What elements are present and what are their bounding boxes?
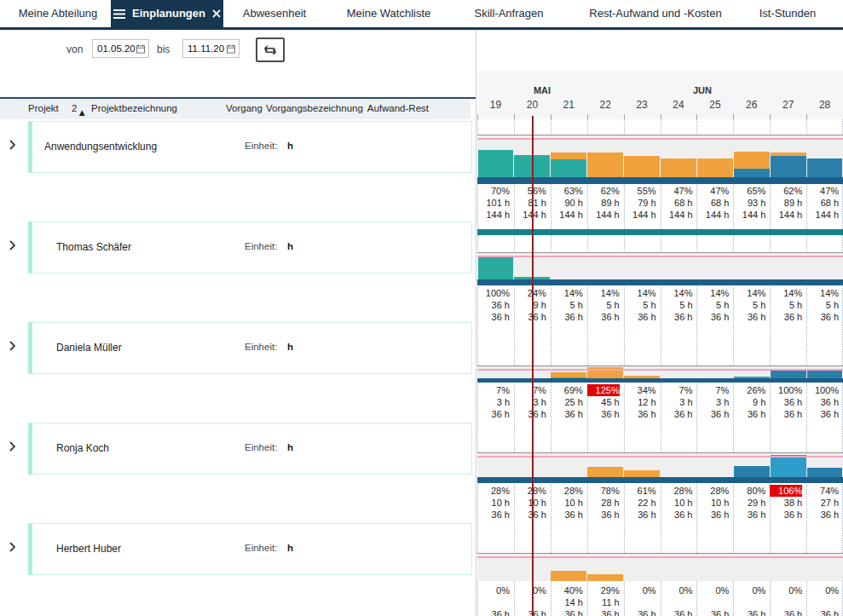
pct-value: 14% [770, 287, 802, 299]
week-column-label: 25 [696, 99, 733, 111]
week-values-cell: 7%3 h36 h [696, 384, 733, 420]
expand-chevron-icon[interactable] [9, 239, 17, 252]
col-sort-indicator[interactable]: 2▲ [72, 103, 77, 113]
week-values-cell: 0%36 h [770, 584, 806, 616]
bar-segment[interactable] [734, 466, 770, 477]
capacity-hours-value: 144 h [770, 209, 802, 221]
bar-segment[interactable] [587, 467, 623, 478]
expand-chevron-icon[interactable] [9, 139, 17, 152]
resource-row-card[interactable]: Herbert HuberEinheit:h [28, 523, 472, 575]
bar-segment[interactable] [587, 574, 623, 581]
pct-value: 0% [696, 584, 729, 596]
bar-segment[interactable] [551, 372, 586, 377]
col-projektbezeichnung[interactable]: Projektbezeichnung [91, 103, 177, 113]
rest-hours-value: 3 h [661, 396, 693, 408]
timeline-header: MAI JUN 19202122232425262728 [477, 71, 843, 119]
bar-segment[interactable] [551, 153, 586, 159]
capacity-hours-value: 36 h [514, 408, 546, 420]
rest-hours-value: 89 h [770, 197, 802, 209]
week-values-cell: 100%36 h36 h [477, 287, 514, 323]
expand-chevron-icon[interactable] [9, 340, 17, 353]
resource-row-card[interactable]: Thomas SchäferEinheit:h [28, 222, 472, 273]
bar-segment[interactable] [734, 377, 770, 378]
bar-segment[interactable] [478, 256, 514, 279]
week-values-cell: 14%5 h36 h [806, 287, 843, 323]
capacity-hours-value: 36 h [696, 509, 729, 521]
capacity-hours-value: 144 h [551, 209, 583, 221]
capacity-hours-value: 36 h [733, 408, 765, 420]
tab-meine-watchliste[interactable]: Meine Watchliste [347, 0, 431, 27]
col-vorgang[interactable]: Vorgang [226, 103, 263, 113]
capacity-hours-value: 36 h [551, 408, 583, 420]
bar-segment[interactable] [624, 376, 660, 378]
from-date-input[interactable] [93, 43, 136, 54]
table-header: Projekt 2▲ Projektbezeichnung Vorgang Vo… [0, 99, 471, 119]
pct-value: 70% [477, 185, 510, 197]
bar-segment[interactable] [771, 455, 806, 477]
rest-hours-value: 9 h [514, 299, 546, 311]
pct-value: 29% [587, 584, 620, 596]
week-values-cell: 14%5 h36 h [624, 287, 661, 323]
pct-value: 0% [733, 584, 765, 596]
tab-meine-abteilung[interactable]: Meine Abteilung [19, 0, 98, 27]
capacity-hours-value: 36 h [696, 608, 729, 616]
pct-value: 80% [733, 485, 765, 497]
rest-hours-value: 12 h [624, 396, 656, 408]
resource-row-card[interactable]: Daniela MüllerEinheit:h [28, 322, 472, 374]
week-values-cell: 34%12 h36 h [624, 384, 661, 420]
bar-segment[interactable] [661, 158, 696, 177]
capacity-hours-value: 36 h [770, 311, 802, 323]
bar-segment[interactable] [807, 158, 843, 177]
bar-segment[interactable] [551, 159, 586, 177]
bar-segment[interactable] [587, 153, 623, 177]
bar-segment[interactable] [624, 156, 660, 177]
week-values-cell: 74%27 h36 h [806, 485, 843, 521]
bar-segment[interactable] [551, 571, 586, 581]
week-values-cell: 47%68 h144 h [806, 185, 843, 221]
calendar-icon[interactable] [136, 44, 145, 54]
week-values-cell: 29%11 h36 h [587, 584, 624, 616]
expand-chevron-icon[interactable] [9, 440, 17, 453]
rest-hours-value: 3 h [514, 396, 546, 408]
bar-segment[interactable] [771, 153, 806, 156]
bar-segment[interactable] [771, 370, 806, 378]
tab-abwesenheit[interactable]: Abwesenheit [243, 0, 306, 27]
panel-splitter[interactable] [476, 30, 476, 616]
pct-value: 14% [587, 287, 620, 299]
to-date-field [182, 39, 240, 58]
bar-segment[interactable] [807, 370, 843, 378]
col-vorgangsbezeichnung[interactable]: Vorgangsbezeichnung [266, 103, 363, 113]
expand-chevron-icon[interactable] [9, 541, 17, 554]
resource-row-card[interactable]: Ronja KochEinheit:h [28, 423, 472, 475]
rest-hours-value: 29 h [733, 497, 765, 509]
tab-bar: Meine Abteilung Einplanungen Abwesenheit… [0, 0, 843, 30]
bar-segment[interactable] [624, 470, 660, 477]
col-projekt[interactable]: Projekt [28, 103, 59, 113]
tab-ist-stunden[interactable]: Ist-Stunden [759, 0, 817, 27]
tab-skill-anfragen[interactable]: Skill-Anfragen [475, 0, 544, 27]
calendar-icon[interactable] [227, 44, 235, 54]
to-date-input[interactable] [183, 43, 227, 54]
bar-segment[interactable] [807, 468, 843, 478]
bar-segment[interactable] [551, 377, 586, 378]
rest-hours-value [624, 596, 656, 608]
bar-segment[interactable] [734, 169, 770, 177]
week-values-cell: 100%36 h36 h [770, 384, 806, 420]
capacity-hours-value: 36 h [806, 509, 839, 521]
bar-segment[interactable] [734, 152, 770, 169]
tab-einplanungen[interactable]: Einplanungen [111, 0, 223, 27]
refresh-button[interactable] [256, 37, 285, 62]
pct-value: 62% [587, 185, 620, 197]
resource-row-card[interactable]: AnwendungsentwicklungEinheit:h [28, 121, 472, 173]
bar-segment[interactable] [697, 158, 733, 177]
rest-hours-value: 36 h [477, 299, 510, 311]
capacity-hours-value: 36 h [624, 509, 656, 521]
col-aufwand-rest[interactable]: Aufwand-Rest [367, 103, 429, 113]
pct-value: 0% [661, 584, 693, 596]
tab-rest-aufwand[interactable]: Rest-Aufwand und -Kosten [589, 0, 721, 27]
bar-segment[interactable] [478, 150, 514, 177]
close-icon[interactable] [212, 9, 221, 18]
pct-value: 47% [696, 185, 729, 197]
capacity-hours-value: 36 h [661, 608, 693, 616]
bar-segment[interactable] [771, 156, 806, 177]
